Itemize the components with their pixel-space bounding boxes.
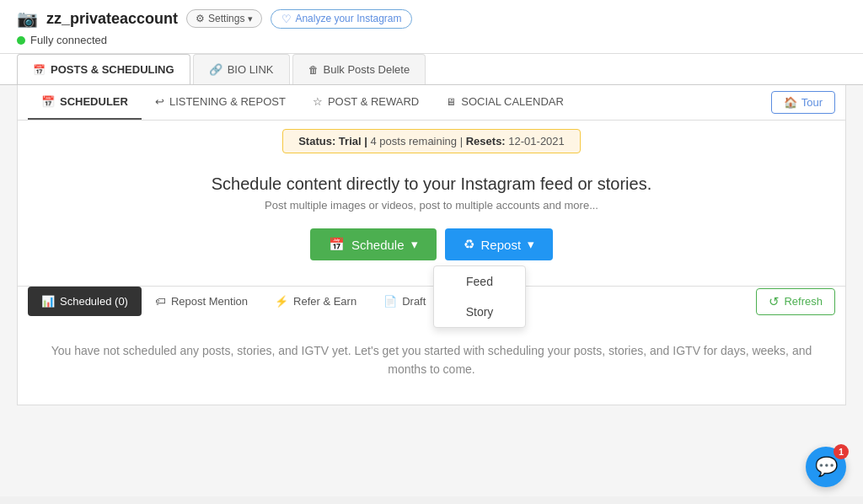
tab-draft[interactable]: 📄 Draft [370, 287, 439, 316]
refresh-label: Refresh [784, 295, 823, 308]
refresh-button[interactable]: Refresh [756, 288, 835, 315]
empty-text: You have not scheduled any posts, storie… [51, 344, 812, 376]
tab-scheduler[interactable]: 📅 SCHEDULER [28, 85, 142, 120]
schedule-label: Schedule [351, 238, 405, 252]
tab-bio-link[interactable]: 🔗 BIO LINK [193, 54, 290, 84]
gear-icon [196, 13, 205, 24]
tab-scheduled[interactable]: 📊 Scheduled (0) [28, 287, 142, 316]
connection-status: Fully connected [17, 34, 846, 46]
inner-box: 📅 SCHEDULER ↩ LISTENING & REPOST POST & … [17, 85, 846, 405]
scheduled-label: Scheduled (0) [60, 295, 128, 308]
resets-date-value: 12-01-2021 [508, 135, 565, 147]
calendar-icon [33, 63, 46, 76]
repost-dropdown: Feed Story [433, 265, 526, 328]
repost-button[interactable]: ♻ Repost ▾ [445, 228, 554, 260]
tab-bulk-label: Bulk Posts Delete [324, 63, 410, 76]
resets-label: Resets: [466, 135, 506, 147]
lightning-icon: ⚡ [275, 295, 288, 308]
screen-icon [446, 95, 456, 108]
tab-social-label: SOCIAL CALENDAR [461, 95, 564, 108]
tab-repost-mention[interactable]: 🏷 Repost Mention [142, 287, 261, 316]
separator: | [460, 135, 466, 147]
listening-icon: ↩ [155, 95, 164, 108]
scheduler-icon: 📅 [41, 95, 55, 108]
tab-posts-scheduling[interactable]: POSTS & SCHEDULING [17, 54, 190, 84]
chat-fab[interactable]: 💬 1 [806, 447, 846, 487]
chat-badge: 1 [834, 444, 849, 459]
star-icon [313, 95, 323, 108]
link-icon: 🔗 [209, 63, 222, 76]
status-prefix: Status: Trial | [298, 135, 370, 147]
tag-icon: 🏷 [155, 295, 166, 308]
posts-remaining: 4 posts remaining [370, 135, 457, 147]
dropdown-story[interactable]: Story [434, 297, 525, 327]
status-banner-wrap: Status: Trial | 4 posts remaining | Rese… [18, 121, 845, 158]
account-name: zz_privateaccount [46, 10, 178, 28]
repost-caret: ▾ [528, 237, 534, 252]
repost-icon: ♻ [464, 237, 474, 252]
connected-dot [17, 36, 25, 45]
refresh-icon [769, 294, 780, 309]
caret-icon [248, 13, 253, 24]
analyze-button[interactable]: Analyze your Instagram [271, 9, 412, 29]
sub-heading: Post multiple images or videos, post to … [35, 199, 828, 212]
tab-refer-earn[interactable]: ⚡ Refer & Earn [261, 287, 370, 316]
repost-mention-label: Repost Mention [171, 295, 248, 308]
bottom-tabs: 📊 Scheduled (0) 🏷 Repost Mention ⚡ Refer… [18, 286, 845, 316]
schedule-icon: 📅 [329, 237, 345, 252]
tab-biolink-label: BIO LINK [228, 63, 274, 76]
repost-label: Repost [481, 238, 522, 252]
tab-posts-label: POSTS & SCHEDULING [51, 63, 174, 76]
tour-button[interactable]: 🏠 Tour [771, 91, 835, 114]
tour-label: Tour [801, 96, 823, 109]
draft-label: Draft [402, 295, 426, 308]
action-buttons: 📅 Schedule ▾ ♻ Repost ▾ Feed Story [35, 228, 828, 260]
schedule-button[interactable]: 📅 Schedule ▾ [310, 228, 437, 260]
settings-button[interactable]: Settings [186, 9, 262, 28]
empty-message: You have not scheduled any posts, storie… [18, 316, 845, 405]
analyze-label: Analyze your Instagram [295, 13, 401, 24]
account-row: 📷 zz_privateaccount Settings Analyze you… [17, 8, 846, 29]
status-banner: Status: Trial | 4 posts remaining | Rese… [282, 129, 581, 153]
schedule-caret: ▾ [411, 237, 418, 252]
tab-reward[interactable]: POST & REWARD [299, 85, 432, 120]
file-icon: 📄 [383, 295, 397, 308]
settings-label: Settings [208, 13, 244, 24]
tab-listening[interactable]: ↩ LISTENING & REPOST [142, 85, 299, 120]
content-area: 📅 SCHEDULER ↩ LISTENING & REPOST POST & … [0, 85, 863, 496]
main-heading: Schedule content directly to your Instag… [35, 174, 828, 194]
tab-listening-label: LISTENING & REPOST [169, 95, 286, 108]
flag-icon: 🏠 [784, 96, 797, 109]
chart-icon: 📊 [41, 295, 55, 308]
tab-social-calendar[interactable]: SOCIAL CALENDAR [432, 85, 577, 120]
status-text: Fully connected [30, 34, 107, 46]
main-tabs: POSTS & SCHEDULING 🔗 BIO LINK Bulk Posts… [0, 54, 863, 85]
dropdown-feed[interactable]: Feed [434, 266, 525, 297]
top-bar: 📷 zz_privateaccount Settings Analyze you… [0, 0, 863, 54]
story-label: Story [466, 305, 494, 319]
feed-label: Feed [466, 275, 493, 288]
cta-area: Schedule content directly to your Instag… [18, 158, 845, 273]
heart-icon [281, 13, 292, 25]
tab-reward-label: POST & REWARD [328, 95, 419, 108]
instagram-icon: 📷 [17, 8, 38, 29]
tab-bulk-delete[interactable]: Bulk Posts Delete [292, 54, 426, 84]
chat-icon: 💬 [815, 456, 838, 478]
trash-icon [308, 63, 319, 76]
inner-tabs: 📅 SCHEDULER ↩ LISTENING & REPOST POST & … [18, 85, 845, 121]
refer-earn-label: Refer & Earn [293, 295, 356, 308]
tab-scheduler-label: SCHEDULER [60, 95, 128, 108]
